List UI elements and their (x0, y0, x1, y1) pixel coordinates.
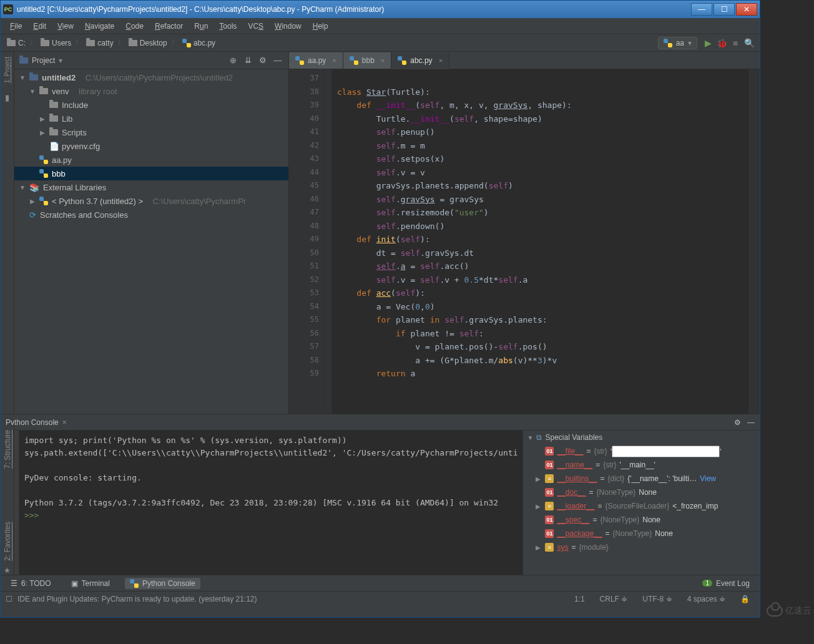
variables-icon: ⧉ (536, 433, 542, 442)
tree-scratches[interactable]: ⟳Scratches and Consoles (14, 208, 288, 222)
folder-icon (29, 74, 38, 80)
tree-root[interactable]: ▼untitled2 C:\Users\catty\PycharmProject… (14, 71, 288, 84)
project-tree[interactable]: ▼untitled2 C:\Users\catty\PycharmProject… (14, 69, 288, 414)
statusbar: ☐ IDE and Plugin Updates: PyCharm is rea… (1, 591, 760, 606)
editor-tabbar: aa.py× bbb× abc.py× (289, 52, 760, 69)
var-row[interactable]: 01__package__ = {NoneType} None (523, 527, 760, 540)
python-icon (398, 56, 406, 65)
tab-todo[interactable]: ☰6: TODO (6, 578, 56, 589)
var-row[interactable]: ▶≡sys = {module} (523, 540, 760, 554)
var-row[interactable]: 01__doc__ = {NoneType} None (523, 485, 760, 499)
var-row[interactable]: 01__spec__ = {NoneType} None (523, 513, 760, 527)
folder-icon (7, 40, 16, 46)
close-icon[interactable]: × (62, 418, 67, 427)
menu-edit[interactable]: Edit (27, 20, 52, 32)
vars-header[interactable]: ▼⧉Special Variables (523, 431, 760, 444)
tree-lib[interactable]: ▶Lib (14, 112, 288, 125)
var-row[interactable]: 01__file__ = {str} '' (523, 444, 760, 458)
crumb-catty[interactable]: catty (84, 39, 115, 47)
menu-navigate[interactable]: Navigate (79, 20, 120, 32)
status-position[interactable]: 1:1 (569, 595, 590, 603)
tree-bbb[interactable]: bbb (14, 167, 288, 180)
folder-icon (49, 129, 58, 135)
crumb-c[interactable]: C: (4, 39, 28, 47)
tree-python[interactable]: ▶< Python 3.7 (untitled2) > C:\Users\cat… (14, 194, 288, 208)
menu-tools[interactable]: Tools (213, 20, 242, 32)
menu-run[interactable]: Run (189, 20, 213, 32)
watermark: 亿速云 (767, 605, 812, 617)
var-row[interactable]: 01__name__ = {str} '__main__' (523, 458, 760, 472)
var-row[interactable]: ▶≡__loader__ = {SourceFileLoader} <_froz… (523, 499, 760, 513)
tree-extlibs[interactable]: ▼📚External Libraries (14, 180, 288, 194)
line-gutter[interactable]: 3738394041424344454647484950515253545556… (289, 69, 323, 414)
hide-icon[interactable]: — (272, 56, 283, 65)
tree-scripts[interactable]: ▶Scripts (14, 125, 288, 139)
locate-icon[interactable]: ⊕ (227, 56, 238, 65)
tree-include[interactable]: Include (14, 98, 288, 112)
menu-code[interactable]: Code (120, 20, 149, 32)
gear-icon[interactable]: ⚙ (257, 56, 268, 65)
status-indent[interactable]: 4 spaces ≑ (682, 595, 730, 603)
chevron-down-icon[interactable]: ▾ (59, 56, 62, 65)
editor-tab-abc[interactable]: abc.py× (391, 53, 449, 69)
folder-icon (49, 115, 58, 122)
tab-event-log[interactable]: 1Event Log (697, 578, 755, 589)
editor-tab-bbb[interactable]: bbb× (343, 52, 391, 69)
lock-icon[interactable]: 🔒 (735, 595, 755, 603)
status-context-icon[interactable]: ☐ (6, 595, 12, 603)
tool-window-tabs: ☰6: TODO ▣Terminal Python Console 1Event… (1, 575, 760, 591)
folder-icon (39, 88, 48, 94)
editor-tab-aa[interactable]: aa.py× (289, 52, 343, 69)
folder-icon (86, 40, 95, 46)
window-title: untitled2 [C:\Users\catty\PycharmProject… (17, 5, 690, 14)
var-row[interactable]: ▶≡__builtins__ = {dict} {'__name__': 'bu… (523, 472, 760, 485)
chevron-down-icon: ▾ (688, 39, 692, 47)
side-tab-favorites[interactable]: 2: Favorites (3, 517, 12, 566)
gear-icon[interactable]: ⚙ (734, 418, 741, 427)
crumb-desktop[interactable]: Desktop (126, 39, 170, 47)
status-eol[interactable]: CRLF ≑ (595, 595, 633, 603)
tree-pyvenv[interactable]: 📄pyvenv.cfg (14, 139, 288, 153)
python-icon (295, 56, 304, 65)
menu-file[interactable]: FFileile (4, 20, 27, 32)
variables-panel[interactable]: ▼⧉Special Variables 01__file__ = {str} '… (522, 431, 760, 575)
status-encoding[interactable]: UTF-8 ≑ (637, 595, 677, 603)
menu-help[interactable]: Help (307, 20, 334, 32)
close-button[interactable]: ✕ (736, 3, 757, 16)
console-output[interactable]: import sys; print('Python %s on %s' % (s… (19, 431, 523, 575)
menu-window[interactable]: Window (269, 20, 307, 32)
tree-venv[interactable]: ▼venv library root (14, 84, 288, 98)
collapse-icon[interactable]: ⇊ (242, 56, 253, 65)
side-tab-project[interactable]: 1: Project (4, 52, 11, 88)
folder-icon (41, 40, 49, 46)
editor-right-gutter[interactable] (748, 69, 760, 414)
fold-strip[interactable] (323, 69, 332, 414)
star-icon[interactable]: ★ (4, 566, 11, 575)
tab-terminal[interactable]: ▣Terminal (66, 578, 115, 589)
hide-icon[interactable]: — (747, 418, 755, 427)
crumb-file[interactable]: abc.py (180, 39, 218, 47)
code-editor[interactable]: class Star(Turtle): def __init__(self, m… (332, 69, 748, 414)
tab-python-console[interactable]: Python Console (125, 578, 200, 589)
close-icon[interactable]: × (381, 57, 385, 64)
minimize-button[interactable]: — (691, 3, 712, 16)
tree-aa[interactable]: aa.py (14, 153, 288, 167)
side-tab-structure[interactable]: 7: Structure (3, 425, 12, 474)
menu-vcs[interactable]: VCS (242, 20, 269, 32)
crumb-users[interactable]: Users (38, 39, 74, 47)
menu-refactor[interactable]: Refactor (149, 20, 189, 32)
search-icon[interactable]: 🔍 (742, 36, 756, 50)
chevron-right-icon: 〉 (116, 37, 126, 48)
chevron-right-icon: 〉 (74, 37, 84, 48)
maximize-button[interactable]: ☐ (713, 3, 735, 16)
close-icon[interactable]: × (332, 57, 336, 64)
titlebar: PC untitled2 [C:\Users\catty\PycharmProj… (1, 1, 760, 18)
menu-view[interactable]: View (52, 20, 79, 32)
bookmark-icon[interactable]: ▮ (5, 93, 9, 102)
run-button[interactable]: ▶ (701, 36, 715, 50)
menubar: FFileile Edit View Navigate Code Refacto… (1, 18, 760, 34)
close-icon[interactable]: × (439, 57, 443, 64)
run-config-selector[interactable]: aa ▾ (658, 37, 697, 49)
debug-button[interactable]: 🐞 (715, 36, 728, 50)
stop-button[interactable]: ■ (728, 36, 742, 50)
